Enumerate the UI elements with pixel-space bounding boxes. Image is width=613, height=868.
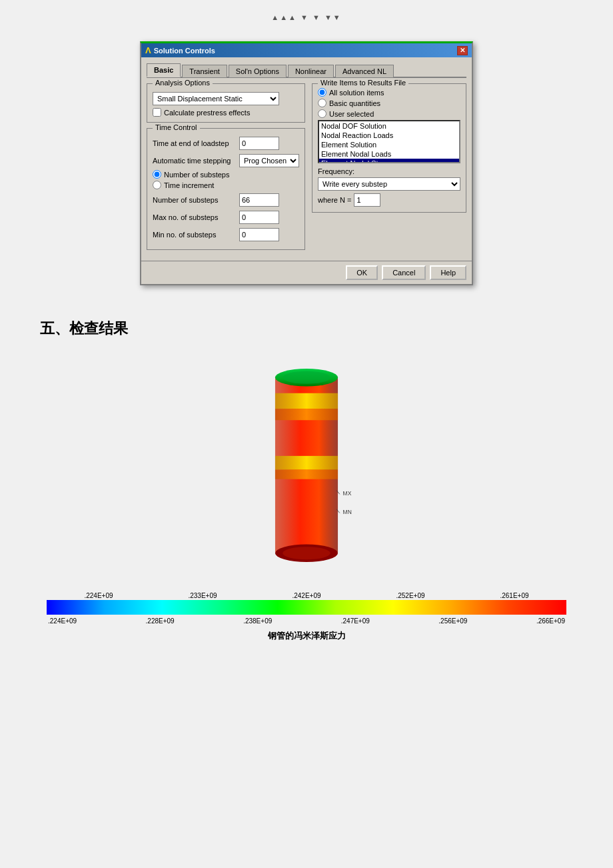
main-content: Analysis Options Small Displacement Stat… [147, 83, 466, 255]
help-button[interactable]: Help [430, 265, 466, 280]
mx-label: MX [343, 490, 352, 497]
dialog-title: Solution Controls [154, 47, 215, 55]
where-n-label: where N = [318, 196, 351, 204]
frequency-label: Frequency: [318, 167, 460, 175]
all-items-radio[interactable] [318, 88, 326, 97]
colorbar-gradient [47, 600, 566, 615]
dialog-body: Basic Transient Sol'n Options Nonlinear … [141, 57, 472, 261]
analysis-type-select[interactable]: Small Displacement Static [153, 92, 279, 105]
list-item-element-solution[interactable]: Element Solution [319, 140, 459, 149]
analysis-options-title: Analysis Options [153, 79, 213, 87]
time-end-label: Time at end of loadstep [153, 139, 239, 147]
left-column: Analysis Options Small Displacement Stat… [147, 83, 305, 255]
num-substeps-radio[interactable] [153, 170, 161, 179]
min-substeps-row: Min no. of substeps [153, 228, 299, 241]
colorbar-label-b2: .238E+09 [243, 617, 272, 625]
svg-rect-2 [275, 409, 338, 420]
time-increment-radio-row: Time increment [153, 181, 299, 189]
right-column: Write Items to Results File All solution… [312, 83, 466, 255]
frequency-select[interactable]: Write every substep [318, 177, 460, 191]
ok-button[interactable]: OK [346, 265, 378, 280]
analysis-type-row: Small Displacement Static [153, 92, 299, 105]
colorbar-label-t2: .233E+09 [188, 592, 217, 599]
tab-transient[interactable]: Transient [182, 65, 227, 77]
user-selected-radio-row: User selected [318, 109, 460, 118]
toolbar-hint: ▲▲▲ ▼ ▼ ▼▼ [13, 13, 600, 21]
list-item-element-nodal-loads[interactable]: Element Nodal Loads [319, 149, 459, 159]
close-button[interactable]: ✕ [457, 46, 468, 55]
max-substeps-input[interactable] [239, 211, 279, 224]
where-n-row: where N = [318, 193, 460, 207]
substeps-row: Number of substeps [153, 193, 299, 207]
user-selected-label: User selected [329, 110, 374, 118]
mn-label: MN [343, 509, 352, 515]
svg-rect-3 [275, 456, 338, 470]
colorbar-label-t4: .252E+09 [396, 592, 424, 599]
colorbar-label-b3: .247E+09 [341, 617, 370, 625]
time-end-input[interactable] [239, 137, 279, 150]
auto-time-select[interactable]: Prog Chosen [239, 154, 299, 167]
write-items-group: Write Items to Results File All solution… [312, 83, 466, 213]
dialog-wrapper: Λ Solution Controls ✕ Basic Transient So… [13, 41, 600, 285]
time-control-title: Time Control [153, 123, 200, 131]
colorbar-top-labels: .224E+09 .233E+09 .242E+09 .252E+09 .261… [47, 592, 566, 599]
time-end-row: Time at end of loadstep [153, 137, 299, 150]
items-listbox[interactable]: Nodal DOF Solution Nodal Reaction Loads … [318, 120, 460, 163]
colorbar-label-b5: .266E+09 [536, 617, 565, 625]
list-item-nodal-reaction[interactable]: Nodal Reaction Loads [319, 131, 459, 140]
colorbar-label-t5: .261E+09 [500, 592, 528, 599]
colorbar-section: .224E+09 .233E+09 .242E+09 .252E+09 .261… [47, 592, 566, 642]
tab-nonlinear[interactable]: Nonlinear [288, 65, 334, 77]
prestress-row: Calculate prestress effects [153, 108, 299, 117]
prestress-checkbox[interactable] [153, 108, 161, 117]
min-substeps-input[interactable] [239, 228, 279, 241]
list-item-nodal-dof[interactable]: Nodal DOF Solution [319, 121, 459, 131]
solution-controls-dialog: Λ Solution Controls ✕ Basic Transient So… [140, 41, 473, 285]
titlebar-left: Λ Solution Controls [145, 45, 215, 55]
substeps-label: Number of substeps [153, 196, 239, 204]
basic-quant-label: Basic quantities [329, 99, 380, 107]
colorbar-label-b1: .228E+09 [146, 617, 175, 625]
max-substeps-row: Max no. of substeps [153, 211, 299, 224]
time-increment-radio[interactable] [153, 181, 161, 189]
colorbar-label-b0: .224E+09 [48, 617, 77, 625]
write-items-title: Write Items to Results File [318, 79, 408, 87]
visualization-section: MX MN .224E+09 .233E+09 .242E+09 .252E+0… [13, 359, 600, 642]
colorbar-label-t1: .224E+09 [84, 592, 113, 599]
basic-quant-radio-row: Basic quantities [318, 99, 460, 107]
svg-rect-4 [275, 470, 338, 479]
tab-soln-options[interactable]: Sol'n Options [229, 65, 287, 77]
svg-point-8 [283, 547, 330, 559]
colorbar-label-b4: .256E+09 [438, 617, 467, 625]
where-n-input[interactable] [354, 193, 380, 207]
dialog-titlebar: Λ Solution Controls ✕ [141, 43, 472, 57]
colorbar-bottom-labels: .224E+09 .228E+09 .238E+09 .247E+09 .256… [47, 617, 566, 625]
list-item-element-nodal-stresses[interactable]: Element Nodal Stresses [319, 159, 459, 163]
max-substeps-label: Max no. of substeps [153, 213, 239, 221]
min-substeps-label: Min no. of substeps [153, 231, 239, 239]
auto-time-label: Automatic time stepping [153, 157, 239, 165]
tab-basic[interactable]: Basic [147, 63, 181, 77]
svg-rect-1 [275, 393, 338, 409]
num-substeps-radio-label: Number of substeps [164, 171, 229, 179]
svg-point-6 [283, 371, 330, 384]
dialog-icon: Λ [145, 45, 151, 55]
colorbar-label-t3: .242E+09 [292, 592, 320, 599]
colorbar-caption: 钢管的冯米泽斯应力 [47, 630, 566, 642]
all-items-label: All solution items [329, 89, 384, 97]
analysis-options-group: Analysis Options Small Displacement Stat… [147, 83, 305, 123]
tabs-row: Basic Transient Sol'n Options Nonlinear … [147, 63, 466, 78]
time-increment-radio-label: Time increment [164, 181, 214, 189]
user-selected-radio[interactable] [318, 109, 326, 118]
tab-advanced-nl[interactable]: Advanced NL [335, 65, 394, 77]
cylinder-svg: MX MN [247, 359, 366, 572]
basic-quant-radio[interactable] [318, 99, 326, 107]
substeps-input[interactable] [239, 193, 279, 207]
cylinder-3d: MX MN [247, 359, 366, 572]
section-heading: 五、检查结果 [40, 319, 600, 339]
toolbar-hint-text: ▲▲▲ ▼ ▼ ▼▼ [271, 13, 341, 21]
prestress-label: Calculate prestress effects [164, 109, 250, 117]
cancel-button[interactable]: Cancel [382, 265, 426, 280]
dialog-buttons: OK Cancel Help [141, 261, 472, 284]
auto-time-row: Automatic time stepping Prog Chosen [153, 154, 299, 167]
